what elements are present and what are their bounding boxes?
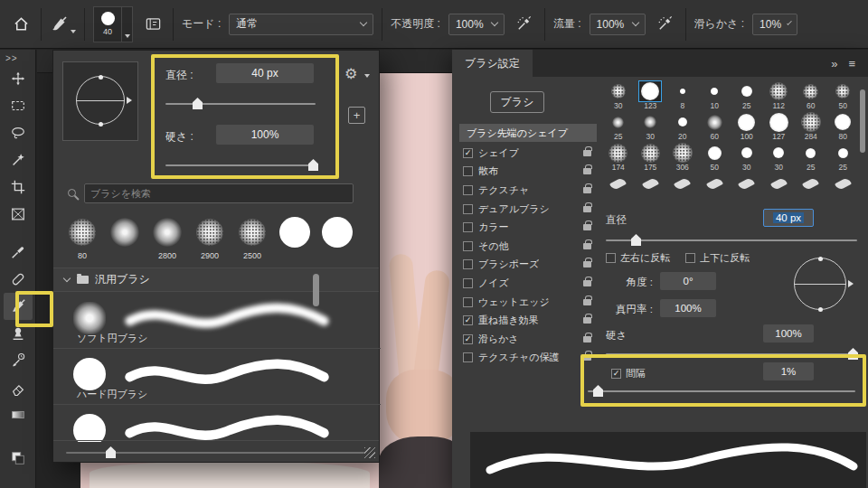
current-tool-button[interactable] — [50, 15, 76, 33]
brush-preset[interactable] — [317, 213, 357, 264]
brush-preset[interactable]: 80 — [62, 213, 102, 264]
brush-tip-cell[interactable] — [699, 173, 731, 203]
brush-preset-preview[interactable]: 40 — [93, 6, 122, 42]
brush-tip-cell[interactable] — [731, 173, 763, 203]
scrollbar-thumb[interactable] — [313, 274, 319, 306]
brush-option-row[interactable]: テクスチャ — [459, 181, 597, 200]
brush-tip-cell[interactable]: 306 — [666, 142, 699, 173]
option-label[interactable]: カラー — [478, 221, 509, 234]
brush-tip-cell[interactable] — [763, 173, 796, 203]
brush-panel-toggle-icon[interactable] — [141, 13, 165, 36]
brush-tip-cell[interactable] — [602, 173, 635, 203]
brush-tip-cell[interactable]: 25 — [795, 142, 827, 173]
brush-preset[interactable]: 2900 — [190, 213, 230, 264]
brush-tip-cell[interactable]: 30 — [602, 80, 635, 111]
brush-tip-cell[interactable]: 20 — [666, 111, 699, 142]
brush-tip-cell[interactable]: 30 — [731, 142, 763, 173]
checkbox[interactable] — [463, 185, 473, 195]
diameter-slider[interactable] — [606, 239, 857, 241]
brush-tip-cell[interactable]: 123 — [635, 80, 667, 111]
brush-tip-cell[interactable] — [666, 173, 699, 203]
option-label[interactable]: ウェットエッジ — [478, 296, 550, 309]
brush-option-row[interactable]: テクスチャの保護 — [459, 349, 597, 368]
brush-option-row[interactable]: その他 — [459, 237, 597, 256]
brush-option-row[interactable]: 散布 — [459, 163, 597, 182]
color-swatches[interactable] — [4, 445, 33, 472]
crop-tool[interactable] — [4, 174, 33, 201]
move-tool[interactable] — [4, 65, 33, 92]
brush-tool[interactable] — [4, 293, 33, 320]
brush-tip-cell[interactable]: 127 — [763, 111, 796, 142]
brush-tip-cell[interactable]: 112 — [763, 80, 796, 111]
brush-preset[interactable]: 2800 — [147, 213, 187, 264]
add-brush-button[interactable]: + — [348, 107, 365, 124]
slider-thumb[interactable] — [106, 446, 116, 458]
roundness-input[interactable]: 100% — [660, 299, 716, 317]
option-label[interactable]: デュアルブラシ — [478, 202, 550, 216]
brush-tip-cell[interactable]: 10 — [699, 80, 731, 111]
brush-search-input[interactable] — [84, 183, 354, 203]
diameter-value[interactable]: 40 px — [216, 63, 314, 83]
smoothing-select[interactable]: 10% — [752, 14, 797, 35]
clone-stamp-tool[interactable] — [4, 320, 33, 347]
slider-thumb[interactable] — [631, 234, 641, 246]
panel-collapse-icon[interactable]: » — [831, 57, 837, 70]
panel-menu-icon[interactable]: ≡ — [848, 57, 855, 70]
checkbox[interactable] — [685, 253, 695, 263]
roundness-handle[interactable] — [818, 257, 823, 261]
roundness-handle[interactable] — [99, 122, 103, 127]
brush-tip-cell[interactable]: 80 — [827, 111, 860, 142]
option-label[interactable]: ノイズ — [478, 277, 509, 290]
brush-tip-cell[interactable]: 100 — [731, 111, 763, 142]
object-selection-tool[interactable] — [4, 146, 33, 174]
brush-tip-cell[interactable]: 30 — [635, 111, 667, 142]
brush-option-row[interactable]: カラー — [459, 218, 597, 237]
lasso-tool[interactable] — [4, 119, 33, 146]
checkbox[interactable] — [463, 259, 473, 269]
brush-tip-cell[interactable] — [635, 173, 667, 203]
flip-y-option[interactable]: 上下に反転 — [685, 250, 750, 265]
roundness-handle[interactable] — [818, 307, 823, 312]
spacing-option[interactable]: ✓間隔 — [611, 366, 646, 380]
toolbar-expand-button[interactable]: >> — [0, 50, 24, 65]
option-label[interactable]: 滑らかさ — [478, 333, 519, 346]
brush-tip-cell[interactable]: 50 — [699, 142, 731, 173]
slider-thumb[interactable] — [193, 98, 203, 109]
brush-tip-cell[interactable]: 60 — [795, 80, 827, 111]
brush-tip-cell[interactable]: 25 — [602, 111, 635, 142]
gear-icon[interactable]: ⚙ — [344, 65, 357, 82]
resize-grip[interactable] — [364, 447, 375, 458]
brush-preset[interactable] — [105, 213, 145, 264]
mode-select[interactable]: 通常 — [229, 14, 373, 35]
hardness-slider[interactable] — [165, 164, 316, 166]
brush-preset[interactable]: 2500 — [232, 213, 272, 264]
eyedropper-tool[interactable] — [4, 239, 33, 266]
flip-x-option[interactable]: 左右に反転 — [606, 250, 670, 265]
brush-tip-cell[interactable]: 175 — [635, 142, 667, 173]
option-label[interactable]: ブラシポーズ — [478, 258, 539, 271]
checkbox[interactable] — [463, 352, 473, 362]
brush-list-item[interactable]: ソフト円ブラシ — [53, 293, 381, 349]
eraser-tool[interactable] — [4, 374, 33, 401]
brush-tip-cell[interactable]: 8 — [666, 80, 699, 111]
hardness-slider[interactable] — [606, 353, 857, 355]
roundness-handle[interactable] — [99, 75, 103, 80]
checkbox[interactable] — [463, 204, 473, 214]
brush-option-row[interactable]: ✓ 滑らかさ — [459, 330, 597, 349]
tip-angle-control[interactable] — [794, 258, 846, 310]
brush-option-row[interactable]: ウェットエッジ — [459, 293, 597, 312]
gradient-tool[interactable] — [4, 401, 33, 428]
spacing-input[interactable]: 1% — [763, 362, 814, 380]
tip-angle-control[interactable] — [76, 76, 125, 125]
option-label[interactable]: 重ね描き効果 — [478, 314, 539, 327]
brush-tip-cell[interactable]: 25 — [731, 80, 763, 111]
tab-brush-settings[interactable]: ブラシ設定 — [452, 50, 533, 77]
checkbox[interactable] — [463, 241, 473, 251]
preview-size-slider[interactable] — [66, 452, 364, 454]
brush-tip-cell[interactable]: 284 — [795, 111, 827, 142]
checkbox[interactable] — [463, 222, 473, 232]
brush-tip-cell[interactable]: 25 — [827, 142, 860, 173]
frame-tool[interactable] — [4, 201, 33, 228]
option-label[interactable]: テクスチャの保護 — [478, 351, 560, 364]
brush-option-row[interactable]: ✓ シェイプ — [459, 144, 597, 163]
